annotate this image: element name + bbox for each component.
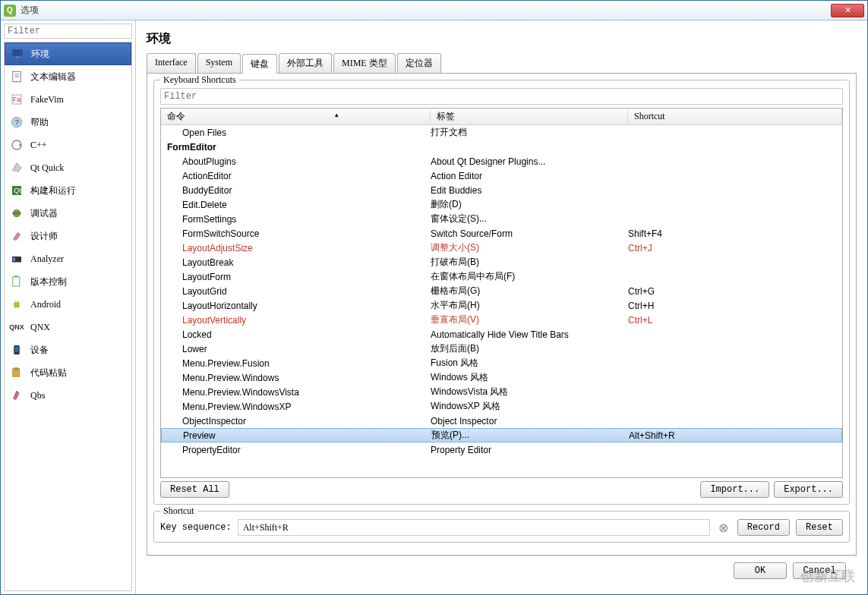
sidebar-item-label: 调试器 [30, 207, 58, 220]
sidebar-item-5[interactable]: Qt Quick [5, 156, 131, 179]
paste-icon [9, 366, 24, 379]
table-row[interactable]: Menu.Preview.FusionFusion 风格 [161, 356, 842, 370]
table-row[interactable]: Preview预览(P)...Alt+Shift+R [161, 428, 842, 442]
table-row[interactable]: AboutPluginsAbout Qt Designer Plugins... [161, 154, 842, 168]
sidebar-item-1[interactable]: 文本编辑器 [5, 65, 131, 88]
analyzer-icon [9, 252, 24, 266]
export-button[interactable]: Export... [774, 481, 843, 498]
table-row[interactable]: Menu.Preview.WindowsWindows 风格 [161, 370, 842, 385]
table-row[interactable]: Edit.Delete删除(D) [161, 197, 842, 212]
close-button[interactable]: ✕ [831, 4, 864, 17]
table-row[interactable]: FormSettings窗体设定(S)... [161, 212, 842, 226]
sidebar-item-10[interactable]: 版本控制 [5, 270, 131, 293]
svg-rect-17 [13, 277, 20, 286]
sidebar-item-label: Analyzer [30, 253, 64, 265]
table-row[interactable]: ObjectInspectorObject Inspector [161, 414, 842, 428]
keyboard-shortcuts-group: Keyboard Shortcuts 命令▴ 标签 Shortcut Open … [153, 80, 850, 505]
sidebar-item-label: Android [30, 299, 61, 310]
qbs-icon [9, 389, 24, 402]
table-row[interactable]: LayoutAdjustSize调整大小(S)Ctrl+J [161, 241, 842, 255]
sidebar-item-label: QNX [30, 322, 50, 333]
reset-button[interactable]: Reset [796, 519, 843, 536]
tab-4[interactable]: MIME 类型 [333, 53, 396, 73]
sidebar-item-2[interactable]: FaFakeVim [5, 88, 131, 111]
clear-sequence-icon[interactable]: ⊗ [716, 521, 731, 535]
sidebar-item-label: 版本控制 [30, 275, 67, 288]
sidebar-item-3[interactable]: ?帮助 [5, 111, 131, 134]
sidebar-item-label: 代码粘贴 [30, 367, 67, 379]
vcs-icon [9, 275, 24, 288]
sidebar-item-7[interactable]: 调试器 [5, 202, 131, 225]
key-sequence-input[interactable] [238, 519, 710, 536]
svg-rect-16 [14, 258, 15, 262]
sidebar-item-label: FakeVim [30, 94, 64, 105]
shortcut-edit-group: Shortcut Key sequence: ⊗ Record Reset [153, 511, 850, 543]
svg-text:Qt: Qt [14, 187, 21, 194]
sidebar-item-label: C++ [30, 140, 47, 151]
table-row[interactable]: LayoutGrid栅格布局(G)Ctrl+G [161, 284, 842, 298]
svg-point-20 [17, 301, 19, 302]
reset-all-button[interactable]: Reset All [160, 481, 229, 498]
table-row[interactable]: PropertyEditorProperty Editor [161, 442, 842, 457]
import-button[interactable]: Import... [700, 481, 769, 498]
table-row[interactable]: LayoutHorizontally水平布局(H)Ctrl+H [161, 298, 842, 313]
android-icon [9, 298, 24, 311]
doc-icon [9, 70, 24, 83]
table-row[interactable]: LayoutVertically垂直布局(V)Ctrl+L [161, 313, 842, 327]
table-row[interactable]: FormSwitchSourceSwitch Source/FormShift+… [161, 226, 842, 241]
tab-keyboard: Keyboard Shortcuts 命令▴ 标签 Shortcut Open … [147, 74, 857, 556]
ok-button[interactable]: OK [734, 562, 787, 579]
table-row[interactable]: Menu.Preview.WindowsXPWindowsXP 风格 [161, 399, 842, 414]
sidebar-item-15[interactable]: Qbs [5, 384, 131, 407]
window-title: 选项 [21, 4, 39, 17]
table-row[interactable]: LayoutBreak打破布局(B) [161, 255, 842, 269]
sidebar-item-13[interactable]: 设备 [5, 338, 131, 361]
table-row[interactable]: FormEditor [161, 140, 842, 154]
sidebar-item-12[interactable]: QNXQNX [5, 316, 131, 338]
table-row[interactable]: LockedAutomatically Hide View Title Bars [161, 327, 842, 342]
monitor-icon [10, 47, 25, 61]
col-command[interactable]: 命令▴ [161, 108, 431, 125]
tabs: InterfaceSystem键盘外部工具MIME 类型定位器 [147, 53, 857, 74]
design-icon [9, 229, 24, 243]
key-sequence-label: Key sequence: [160, 522, 232, 533]
sidebar-item-label: 环境 [31, 48, 49, 61]
tab-1[interactable]: System [197, 53, 241, 73]
table-row[interactable]: Open Files打开文档 [161, 125, 842, 140]
sidebar-item-4[interactable]: C++ [5, 134, 131, 156]
shortcuts-filter-input[interactable] [160, 88, 843, 105]
record-button[interactable]: Record [737, 519, 790, 536]
tab-2[interactable]: 键盘 [242, 54, 277, 74]
col-shortcut[interactable]: Shortcut [628, 109, 842, 124]
sidebar-item-6[interactable]: Qt构建和运行 [5, 179, 131, 202]
svg-point-19 [15, 301, 17, 302]
tab-5[interactable]: 定位器 [397, 53, 441, 73]
sidebar-item-11[interactable]: Android [5, 293, 131, 316]
sidebar-item-14[interactable]: 代码粘贴 [5, 361, 131, 384]
sidebar-item-label: 设备 [30, 344, 49, 357]
sidebar-item-label: Qt Quick [30, 162, 64, 174]
col-label[interactable]: 标签 [431, 108, 628, 125]
sidebar-item-8[interactable]: 设计师 [5, 225, 131, 247]
svg-rect-1 [16, 57, 20, 58]
tab-0[interactable]: Interface [147, 53, 196, 73]
sidebar-item-0[interactable]: 环境 [5, 42, 131, 65]
svg-rect-22 [15, 347, 19, 353]
group-title: Shortcut [160, 505, 197, 517]
shortcuts-rows[interactable]: Open Files打开文档FormEditorAboutPluginsAbou… [161, 125, 842, 477]
svg-point-10 [19, 144, 21, 146]
help-icon: ? [9, 115, 24, 129]
table-row[interactable]: Lower放到后面(B) [161, 342, 842, 356]
table-row[interactable]: Menu.Preview.WindowsVistaWindowsVista 风格 [161, 385, 842, 399]
table-row[interactable]: ActionEditorAction Editor [161, 168, 842, 183]
watermark: 创新互联 [800, 567, 855, 585]
tab-3[interactable]: 外部工具 [279, 53, 332, 73]
sidebar-filter-input[interactable] [4, 24, 132, 39]
category-list: 环境文本编辑器FaFakeVim?帮助C++Qt QuickQt构建和运行调试器… [4, 42, 132, 591]
qnx-icon: QNX [9, 320, 24, 334]
sidebar: 环境文本编辑器FaFakeVim?帮助C++Qt QuickQt构建和运行调试器… [1, 20, 136, 594]
table-row[interactable]: BuddyEditorEdit Buddies [161, 183, 842, 197]
table-row[interactable]: LayoutForm在窗体布局中布局(F) [161, 269, 842, 284]
sidebar-item-9[interactable]: Analyzer [5, 247, 131, 270]
page-title: 环境 [147, 28, 857, 53]
